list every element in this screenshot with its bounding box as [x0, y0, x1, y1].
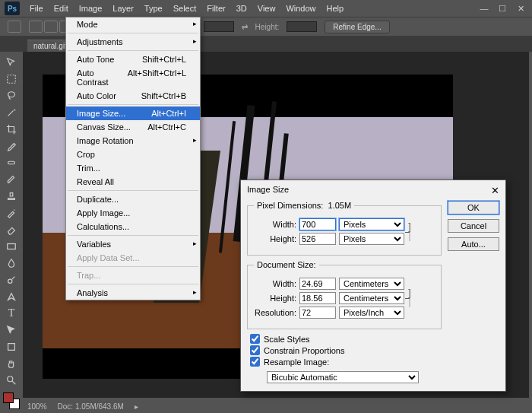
svg-rect-2 [8, 161, 15, 164]
svg-rect-0 [8, 75, 16, 84]
menu-filter[interactable]: Filter [201, 4, 230, 13]
blur-tool-icon[interactable] [3, 256, 20, 271]
resolution-unit[interactable]: Pixels/Inch [339, 307, 404, 319]
heal-tool-icon[interactable] [3, 155, 20, 170]
menu-type[interactable]: Type [139, 4, 168, 13]
path-tool-icon[interactable] [3, 322, 20, 338]
menu-item-trim[interactable]: Trim... [66, 161, 200, 175]
status-bar: 100% Doc: 1.05M/643.6M ▸ [23, 399, 138, 413]
ok-button[interactable]: OK [448, 201, 499, 214]
svg-rect-5 [8, 344, 15, 351]
scale-styles-checkbox[interactable] [250, 334, 260, 344]
image-menu-dropdown: Mode Adjustments Auto ToneShift+Ctrl+L A… [65, 17, 201, 300]
close-button[interactable]: ✕ [512, 2, 529, 14]
cancel-button[interactable]: Cancel [448, 219, 499, 233]
menu-item-image-rotation[interactable]: Image Rotation [66, 134, 200, 148]
menu-item-duplicate[interactable]: Duplicate... [66, 192, 200, 206]
doc-width-input[interactable] [299, 278, 336, 290]
menu-view[interactable]: View [252, 4, 281, 13]
image-size-dialog: Image Size ✕ Pixel Dimensions: 1.05M Wid… [240, 179, 506, 392]
tool-preset-icon[interactable] [8, 21, 21, 33]
dialog-close-icon[interactable]: ✕ [491, 185, 499, 196]
doc-height-input[interactable] [299, 292, 336, 304]
swap-icon[interactable]: ⇄ [242, 23, 248, 31]
pixel-height-input[interactable] [299, 233, 336, 245]
shape-tool-icon[interactable] [3, 339, 20, 354]
stamp-tool-icon[interactable] [3, 189, 20, 204]
svg-rect-3 [8, 244, 16, 249]
menu-item-auto-tone[interactable]: Auto ToneShift+Ctrl+L [66, 52, 200, 66]
history-brush-icon[interactable] [3, 205, 20, 221]
wand-tool-icon[interactable] [3, 105, 20, 120]
pixel-width-unit[interactable]: Pixels [339, 218, 404, 230]
eraser-tool-icon[interactable] [3, 222, 20, 237]
menu-item-trap: Trap... [66, 268, 200, 282]
gradient-tool-icon[interactable] [3, 239, 20, 254]
type-tool-icon[interactable]: T [3, 306, 20, 321]
menu-help[interactable]: Help [321, 4, 350, 13]
pixel-width-input[interactable] [299, 218, 336, 230]
resample-method-select[interactable]: Bicubic Automatic [267, 371, 419, 383]
menu-select[interactable]: Select [168, 4, 202, 13]
menu-file[interactable]: File [24, 4, 49, 13]
svg-point-4 [8, 279, 12, 283]
resolution-input[interactable] [299, 307, 336, 319]
height-input[interactable] [287, 21, 317, 32]
zoom-level[interactable]: 100% [27, 402, 47, 411]
tools-panel: T [2, 53, 21, 411]
lasso-tool-icon[interactable] [3, 88, 20, 103]
menu-3d[interactable]: 3D [231, 4, 252, 13]
crop-tool-icon[interactable] [3, 122, 20, 137]
dodge-tool-icon[interactable] [3, 272, 20, 288]
move-tool-icon[interactable] [3, 55, 20, 70]
document-size-group: Document Size: Width: Centimeters Height… [247, 260, 442, 329]
menu-edit[interactable]: Edit [49, 4, 74, 13]
maximize-button[interactable]: ☐ [494, 2, 511, 14]
height-label: Height: [255, 23, 280, 31]
menu-item-auto-color[interactable]: Auto ColorShift+Ctrl+B [66, 89, 200, 103]
link-icon[interactable]: ]⏋ [404, 221, 415, 243]
menu-item-reveal-all[interactable]: Reveal All [66, 175, 200, 189]
pen-tool-icon[interactable] [3, 289, 20, 304]
menubar: Ps File Edit Image Layer Type Select Fil… [0, 0, 532, 17]
menu-item-apply-data-set: Apply Data Set... [66, 251, 200, 265]
doc-width-unit[interactable]: Centimeters [339, 278, 404, 290]
menu-item-apply-image[interactable]: Apply Image... [66, 206, 200, 220]
chevron-right-icon[interactable]: ▸ [135, 402, 138, 411]
width-input[interactable] [204, 21, 234, 32]
menu-item-analysis[interactable]: Analysis [66, 286, 200, 300]
menu-item-canvas-size[interactable]: Canvas Size...Alt+Ctrl+C [66, 120, 200, 134]
auto-button[interactable]: Auto... [448, 237, 499, 251]
doc-height-unit[interactable]: Centimeters [339, 292, 404, 304]
menu-item-crop[interactable]: Crop [66, 148, 200, 161]
menu-window[interactable]: Window [280, 4, 321, 13]
menu-image[interactable]: Image [74, 4, 108, 13]
selection-new-icon[interactable] [29, 21, 43, 33]
constrain-checkbox[interactable] [250, 345, 260, 355]
resample-checkbox[interactable] [250, 357, 260, 367]
menu-item-variables[interactable]: Variables [66, 237, 200, 251]
selection-add-icon[interactable] [44, 21, 58, 33]
minimize-button[interactable]: — [476, 2, 492, 14]
zoom-tool-icon[interactable] [3, 373, 20, 388]
window-controls: — ☐ ✕ [476, 2, 532, 14]
eyedropper-tool-icon[interactable] [3, 138, 20, 154]
menu-item-mode[interactable]: Mode [66, 17, 200, 31]
hand-tool-icon[interactable] [3, 356, 20, 371]
refine-edge-button[interactable]: Refine Edge... [325, 21, 389, 33]
app-logo: Ps [5, 2, 20, 15]
brush-tool-icon[interactable] [3, 172, 20, 187]
pixel-dimensions-group: Pixel Dimensions: 1.05M Width: Pixels He… [247, 201, 442, 256]
menu-item-calculations[interactable]: Calculations... [66, 220, 200, 234]
dialog-title: Image Size [247, 185, 289, 196]
svg-point-6 [8, 376, 13, 382]
menu-item-auto-contrast[interactable]: Auto ContrastAlt+Shift+Ctrl+L [66, 66, 200, 89]
color-swatch[interactable] [3, 392, 20, 409]
menu-layer[interactable]: Layer [107, 4, 139, 13]
menu-item-image-size[interactable]: Image Size...Alt+Ctrl+I [66, 106, 200, 120]
pixel-height-unit[interactable]: Pixels [339, 233, 404, 245]
link-icon[interactable]: ]⏋ [404, 288, 415, 309]
menu-item-adjustments[interactable]: Adjustments [66, 35, 200, 49]
doc-info: Doc: 1.05M/643.6M [58, 402, 124, 411]
marquee-tool-icon[interactable] [3, 71, 20, 87]
